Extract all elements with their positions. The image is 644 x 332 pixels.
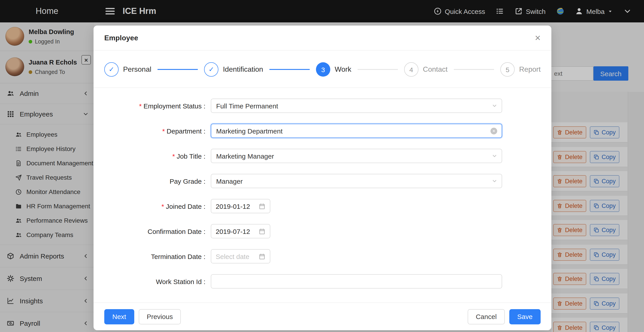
- required-mark: *: [139, 102, 142, 110]
- step-work[interactable]: 3 Work: [316, 62, 351, 77]
- cancel-button[interactable]: Cancel: [468, 309, 504, 324]
- field-employment-status: *Employment Status : Full Time Permanent: [104, 99, 540, 113]
- work-station-id-input[interactable]: [211, 274, 502, 288]
- step-check-icon: ✓: [204, 62, 218, 77]
- employee-modal: Employee × ✓ Personal ✓ Identification 3…: [94, 26, 551, 330]
- termination-date-input[interactable]: Select date: [211, 249, 270, 263]
- joined-date-input[interactable]: 2019-01-12: [211, 199, 270, 213]
- modal-header: Employee ×: [94, 26, 551, 51]
- date-value: 2019-01-12: [216, 202, 250, 210]
- required-mark: *: [162, 202, 164, 210]
- field-joined-date: *Joined Date : 2019-01-12: [104, 199, 540, 213]
- step-label: Work: [335, 65, 351, 73]
- calendar-icon: [259, 253, 266, 260]
- department-select[interactable]: Marketing Department ×: [211, 124, 502, 138]
- work-form: *Employment Status : Full Time Permanent…: [94, 88, 551, 288]
- select-value: Manager: [216, 177, 242, 185]
- select-value: Marketing Department: [216, 127, 282, 135]
- previous-button[interactable]: Previous: [139, 309, 181, 324]
- field-label: Work Station Id :: [104, 278, 211, 285]
- step-number: 5: [500, 62, 515, 77]
- pay-grade-select[interactable]: Manager: [211, 174, 502, 188]
- step-report[interactable]: 5 Report: [500, 62, 540, 77]
- wizard-steps: ✓ Personal ✓ Identification 3 Work 4 Con…: [94, 51, 551, 88]
- step-personal[interactable]: ✓ Personal: [104, 62, 151, 77]
- step-label: Personal: [123, 65, 151, 73]
- field-termination-date: Termination Date : Select date: [104, 249, 540, 263]
- date-value: 2019-07-12: [216, 227, 250, 235]
- clear-icon[interactable]: ×: [490, 127, 497, 134]
- step-connector: [270, 69, 310, 70]
- field-department: *Department : Marketing Department ×: [104, 124, 540, 138]
- next-button[interactable]: Next: [104, 309, 134, 324]
- field-label: Confirmation Date :: [104, 227, 211, 235]
- field-label: *Job Title :: [104, 152, 211, 160]
- field-label: Termination Date :: [104, 252, 211, 260]
- calendar-icon: [259, 203, 266, 210]
- step-number: 4: [404, 62, 418, 77]
- step-label: Report: [519, 65, 540, 73]
- step-identification[interactable]: ✓ Identification: [204, 62, 263, 77]
- save-button[interactable]: Save: [509, 309, 540, 324]
- close-icon[interactable]: ×: [535, 33, 540, 43]
- field-confirmation-date: Confirmation Date : 2019-07-12: [104, 224, 540, 238]
- step-connector: [158, 69, 198, 70]
- field-label: *Employment Status :: [104, 102, 211, 110]
- field-label: *Department :: [104, 127, 211, 135]
- screen: Home ICE Hrm Quick Access Switch Melba: [0, 0, 644, 332]
- step-label: Contact: [423, 65, 448, 73]
- modal-footer: Next Previous Cancel Save: [94, 302, 551, 330]
- date-placeholder: Select date: [216, 252, 249, 260]
- step-connector: [454, 69, 494, 70]
- job-title-select[interactable]: Marketing Manager: [211, 149, 502, 163]
- required-mark: *: [162, 127, 165, 135]
- field-pay-grade: Pay Grade : Manager: [104, 174, 540, 188]
- employment-status-select[interactable]: Full Time Permanent: [211, 99, 502, 113]
- confirmation-date-input[interactable]: 2019-07-12: [211, 224, 270, 238]
- step-check-icon: ✓: [104, 62, 118, 77]
- step-contact[interactable]: 4 Contact: [404, 62, 448, 77]
- step-number: 3: [316, 62, 330, 77]
- chevron-down-icon: [492, 103, 497, 108]
- required-mark: *: [172, 152, 175, 160]
- select-value: Full Time Permanent: [216, 102, 278, 110]
- calendar-icon: [259, 228, 266, 235]
- field-label: *Joined Date :: [104, 202, 211, 210]
- field-label: Pay Grade :: [104, 177, 211, 185]
- field-job-title: *Job Title : Marketing Manager: [104, 149, 540, 163]
- modal-title: Employee: [104, 34, 138, 42]
- select-value: Marketing Manager: [216, 152, 274, 160]
- chevron-down-icon: [492, 178, 497, 184]
- step-connector: [358, 69, 398, 70]
- chevron-down-icon: [492, 153, 497, 158]
- step-label: Identification: [223, 65, 263, 73]
- field-work-station-id: Work Station Id :: [104, 274, 540, 288]
